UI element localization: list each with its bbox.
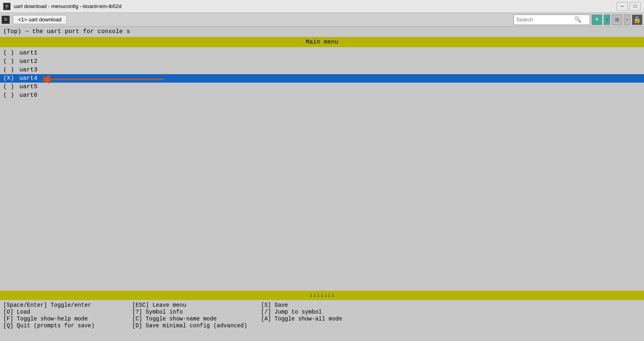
- label-uart2: uart2: [19, 58, 37, 65]
- tab-label[interactable]: <1> uart download: [13, 15, 67, 24]
- title-bar: uart download - menuconfig --board=em-lb…: [0, 0, 644, 13]
- key-row-3: [F] Toggle show-help mode [C] Toggle sho…: [3, 316, 641, 322]
- menu-item-uart4[interactable]: (X) uart4: [0, 74, 644, 83]
- layout-button[interactable]: ⊞: [612, 15, 622, 25]
- bottom-keys: [Space/Enter] Toggle/enter [ESC] Leave m…: [0, 300, 644, 331]
- radio-uart2: ( ): [3, 58, 18, 65]
- svg-rect-6: [4, 20, 7, 21]
- search-icon: 🔍: [574, 16, 581, 23]
- label-uart4: uart4: [19, 75, 37, 82]
- svg-rect-3: [5, 8, 7, 8]
- key-a: [A] Toggle show-all mode: [261, 316, 390, 322]
- key-o: [O] Load: [3, 309, 132, 315]
- key-slash: [/] Jump to symbol: [261, 309, 390, 315]
- window-title: uart download - menuconfig --board=em-lb…: [14, 3, 122, 9]
- scroll-indicator: ↓↓↓↓↓↓↓: [0, 291, 644, 300]
- key-q: [Q] Quit (prompts for save): [3, 322, 132, 329]
- add-dropdown-arrow[interactable]: ▾: [604, 15, 610, 25]
- label-uart6: uart6: [19, 92, 37, 99]
- radio-uart6: ( ): [3, 92, 18, 99]
- key-d: [D] Save minimal config (advanced): [132, 322, 261, 329]
- key-c: [C] Toggle show-name mode: [132, 316, 261, 322]
- app-icon: [3, 3, 10, 10]
- title-bar-left: uart download - menuconfig --board=em-lb…: [3, 3, 122, 10]
- menu-list: ( ) uart1( ) uart2( ) uart3(X) uart4( ) …: [0, 49, 644, 100]
- key-question: [?] Symbol info: [132, 309, 261, 315]
- breadcrumb: (Top) → the uart port for console s: [0, 27, 644, 37]
- tab-icon: [2, 16, 10, 24]
- menu-item-uart5[interactable]: ( ) uart5: [0, 83, 644, 91]
- lock-button[interactable]: 🔒: [632, 15, 642, 25]
- menu-item-uart2[interactable]: ( ) uart2: [0, 57, 644, 66]
- tab-bar: <1> uart download 🔍 + ▾ ⊞ ▾ 🔒: [0, 13, 644, 27]
- svg-rect-1: [5, 5, 8, 6]
- add-button[interactable]: +: [592, 15, 602, 25]
- radio-uart5: ( ): [3, 83, 18, 90]
- search-box[interactable]: 🔍: [514, 15, 590, 25]
- svg-rect-5: [4, 18, 7, 19]
- radio-uart4: (X): [3, 75, 18, 82]
- label-uart1: uart1: [19, 50, 37, 56]
- maximize-button[interactable]: □: [630, 2, 641, 11]
- key-space-enter: [Space/Enter] Toggle/enter: [3, 302, 132, 308]
- key-s: [S] Save: [261, 302, 390, 308]
- content-area: ( ) uart1( ) uart2( ) uart3(X) uart4( ) …: [0, 47, 644, 291]
- key-f: [F] Toggle show-help mode: [3, 316, 132, 322]
- window-controls: — □: [617, 2, 641, 11]
- menu-item-uart6[interactable]: ( ) uart6: [0, 91, 644, 100]
- key-row-2: [O] Load [?] Symbol info [/] Jump to sym…: [3, 309, 641, 315]
- label-uart3: uart3: [19, 67, 37, 73]
- layout-dropdown-arrow[interactable]: ▾: [624, 15, 630, 25]
- menu-item-uart3[interactable]: ( ) uart3: [0, 66, 644, 74]
- key-row-4: [Q] Quit (prompts for save) [D] Save min…: [3, 322, 641, 329]
- label-uart5: uart5: [19, 83, 37, 90]
- key-row-1: [Space/Enter] Toggle/enter [ESC] Leave m…: [3, 302, 641, 308]
- menu-item-uart1[interactable]: ( ) uart1: [0, 49, 644, 57]
- minimize-button[interactable]: —: [617, 2, 628, 11]
- key-esc: [ESC] Leave menu: [132, 302, 261, 308]
- menu-header: Main menu: [0, 37, 644, 47]
- svg-rect-2: [5, 6, 8, 7]
- search-input[interactable]: [516, 17, 573, 23]
- radio-uart3: ( ): [3, 67, 18, 73]
- search-area: 🔍 + ▾ ⊞ ▾ 🔒: [514, 15, 642, 25]
- radio-uart1: ( ): [3, 50, 18, 56]
